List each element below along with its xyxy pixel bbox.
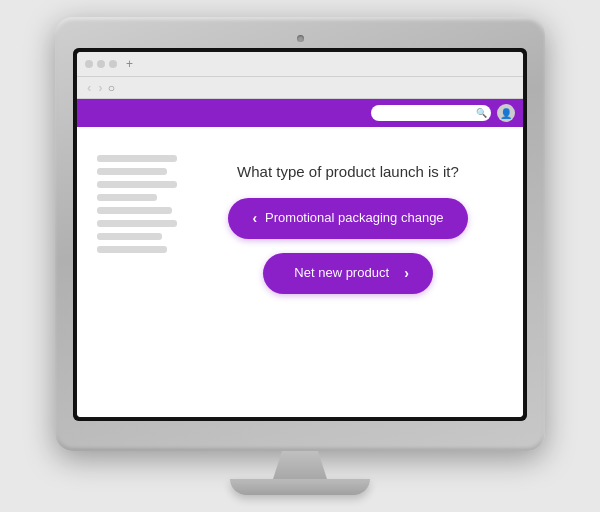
search-icon: 🔍	[476, 108, 487, 118]
traffic-light-1	[85, 60, 93, 68]
monitor-top	[73, 35, 527, 42]
traffic-light-3	[109, 60, 117, 68]
browser-chrome-bar: +	[77, 52, 523, 77]
sidebar-line	[97, 207, 172, 214]
monitor-wrapper: + ‹ › ○ 🔍 👤	[55, 17, 545, 495]
tab-bar: +	[123, 57, 515, 71]
monitor-neck	[270, 451, 330, 479]
page-content: What type of product launch is it? ‹ Pro…	[77, 127, 523, 417]
toolbar: 🔍 👤	[77, 99, 523, 127]
sidebar-line	[97, 181, 177, 188]
chevron-left-icon: ‹	[252, 210, 257, 226]
question-text: What type of product launch is it?	[237, 163, 459, 180]
back-button[interactable]: ‹	[85, 80, 93, 95]
monitor-base	[230, 479, 370, 495]
sidebar	[97, 147, 177, 397]
sidebar-line	[97, 220, 177, 227]
user-avatar[interactable]: 👤	[497, 104, 515, 122]
search-bar[interactable]: 🔍	[371, 105, 491, 121]
option-net-new-button[interactable]: Net new product ›	[263, 253, 433, 294]
sidebar-line	[97, 233, 162, 240]
camera-dot	[297, 35, 304, 42]
option-promotional-button[interactable]: ‹ Promotional packaging change	[228, 198, 467, 239]
main-content: What type of product launch is it? ‹ Pro…	[193, 147, 503, 397]
options-container: ‹ Promotional packaging change Net new p…	[193, 198, 503, 294]
traffic-lights	[85, 60, 117, 68]
browser: + ‹ › ○ 🔍 👤	[77, 52, 523, 417]
url-bar-row: ‹ › ○	[77, 77, 523, 99]
option2-label: Net new product	[287, 265, 396, 282]
sidebar-line	[97, 246, 167, 253]
avatar-icon: 👤	[500, 108, 512, 119]
traffic-light-2	[97, 60, 105, 68]
forward-button[interactable]: ›	[96, 80, 104, 95]
chevron-right-icon: ›	[404, 265, 409, 281]
sidebar-line	[97, 194, 157, 201]
option1-label: Promotional packaging change	[265, 210, 444, 227]
screen-bezel: + ‹ › ○ 🔍 👤	[73, 48, 527, 421]
sidebar-line	[97, 155, 177, 162]
refresh-button[interactable]: ○	[108, 81, 115, 95]
monitor: + ‹ › ○ 🔍 👤	[55, 17, 545, 451]
sidebar-line	[97, 168, 167, 175]
nav-controls: ‹ › ○	[85, 80, 115, 95]
new-tab-button[interactable]: +	[123, 57, 136, 71]
